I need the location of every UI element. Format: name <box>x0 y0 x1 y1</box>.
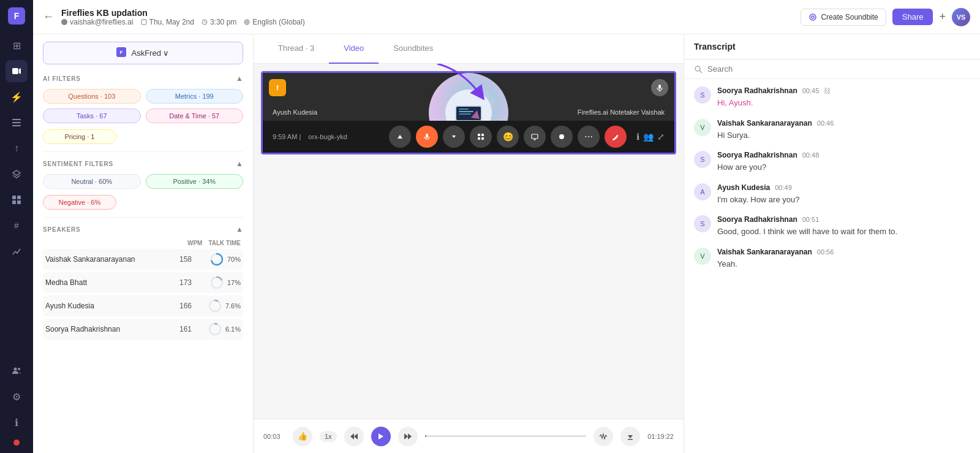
svg-rect-6 <box>12 125 21 126</box>
video-icon[interactable] <box>6 60 28 82</box>
speakers-column-headers: WPM TALK TIME <box>43 240 243 246</box>
forward-button[interactable] <box>398 427 418 446</box>
divider-2 <box>43 217 243 218</box>
svg-rect-4 <box>12 119 21 120</box>
speaker-wpm: 173 <box>167 278 192 287</box>
waveform-button[interactable] <box>594 427 613 446</box>
ai-filters-title: AI FILTERS <box>43 75 81 82</box>
chevron-up-button[interactable] <box>389 126 411 148</box>
hash-icon[interactable]: # <box>6 215 28 237</box>
message-link-icon[interactable]: ⛓ <box>824 87 831 94</box>
svg-marker-50 <box>452 135 456 138</box>
transcript-panel: Transcript S Soorya Radhakrishnan 00:45 … <box>684 34 980 453</box>
speaker-talk: 6.1% <box>192 322 241 336</box>
filter-metrics[interactable]: Metrics · 199 <box>146 89 244 104</box>
message-text: Hi Surya. <box>717 129 970 142</box>
more-options-button[interactable]: ⋯ <box>578 126 600 148</box>
playback-speed-button[interactable]: 1x <box>320 431 337 442</box>
lightning-icon[interactable]: ⚡ <box>6 86 28 108</box>
filter-tasks[interactable]: Tasks · 67 <box>43 108 141 123</box>
message-header: Vaishak Sankaranarayanan 00:46 <box>717 119 970 128</box>
message-text: How are you? <box>717 161 970 173</box>
sentiment-filters-collapse[interactable]: ▲ <box>236 159 243 168</box>
filter-questions[interactable]: Questions · 103 <box>43 89 141 104</box>
download-button[interactable] <box>620 427 640 446</box>
ask-fred-button[interactable]: F AskFred ∨ <box>43 42 243 64</box>
mic-chevron-button[interactable] <box>443 126 465 148</box>
message-content: Soorya Radhakrishnan 00:45 ⛓ Hi, Ayush. <box>717 86 970 109</box>
fred-icon: F <box>116 47 126 59</box>
page-title: Fireflies KB updation <box>61 8 305 18</box>
users-icon[interactable] <box>6 360 28 382</box>
message-content: Vaishak Sankaranarayanan 00:46 Hi Surya. <box>717 119 970 142</box>
speaker-name: Vaishak Sankaranarayanan <box>717 248 812 256</box>
avatar: S <box>694 151 711 168</box>
tab-video[interactable]: Video <box>329 34 379 64</box>
svg-rect-9 <box>17 196 21 199</box>
svg-rect-51 <box>478 134 480 136</box>
info-call-icon[interactable]: ℹ <box>636 132 639 142</box>
chart-icon[interactable] <box>6 240 28 262</box>
settings-icon[interactable]: ⚙ <box>6 386 28 408</box>
search-input[interactable] <box>707 64 970 74</box>
svg-rect-49 <box>426 134 428 138</box>
speaker-talk: 7.6% <box>192 299 241 313</box>
app-logo[interactable]: F <box>8 7 25 25</box>
end-call-button[interactable] <box>605 126 627 148</box>
back-button[interactable]: ← <box>43 10 54 23</box>
avatar: V <box>694 119 711 136</box>
filter-datetime[interactable]: Date & Time · 57 <box>146 108 244 123</box>
call-controls: 😊 ⋯ ℹ <box>389 126 665 148</box>
info-icon[interactable]: ℹ <box>6 411 28 433</box>
ai-filters-section-header: AI FILTERS ▲ <box>43 74 243 83</box>
play-button[interactable] <box>371 427 391 446</box>
emoji-button[interactable]: 😊 <box>497 126 519 148</box>
svg-rect-11 <box>17 200 21 204</box>
meeting-language: English (Global) <box>244 18 304 26</box>
filter-pricing[interactable]: Pricing · 1 <box>43 129 116 144</box>
upload-icon[interactable]: ↑ <box>6 137 28 159</box>
message-content: Soorya Radhakrishnan 00:48 How are you? <box>717 151 970 173</box>
record-button[interactable] <box>551 126 573 148</box>
rewind-button[interactable] <box>344 427 364 446</box>
svg-rect-44 <box>459 108 469 110</box>
sidebar: F AskFred ∨ AI FILTERS ▲ Questions · 103… <box>33 34 254 453</box>
transcript-search-area <box>684 59 980 79</box>
player-progress-bar[interactable] <box>425 435 587 437</box>
sentiment-filters-grid: Neutral · 60% Positive · 34% <box>43 174 243 189</box>
layers-icon[interactable] <box>6 163 28 185</box>
svg-rect-15 <box>141 20 146 25</box>
home-icon[interactable]: ⊞ <box>6 34 28 56</box>
add-button[interactable]: + <box>939 10 946 23</box>
screen-share-button[interactable] <box>524 126 546 148</box>
filter-positive[interactable]: Positive · 34% <box>146 174 244 189</box>
message-time: 00:51 <box>802 216 820 223</box>
svg-marker-3 <box>19 68 21 74</box>
expand-icon[interactable]: ⤢ <box>657 132 665 142</box>
grid-view-button[interactable] <box>470 126 492 148</box>
share-button[interactable]: Share <box>892 9 933 25</box>
ai-filters-collapse[interactable]: ▲ <box>236 74 243 83</box>
like-button[interactable]: 👍 <box>293 427 312 446</box>
avatar: V <box>694 248 711 265</box>
svg-rect-10 <box>12 200 16 204</box>
user-email: vaishak@fireflies.ai <box>61 18 134 26</box>
user-avatar[interactable]: VS <box>952 8 970 26</box>
list-icon[interactable] <box>6 112 28 134</box>
sentiment-filters-section-header: SENTIMENT FILTERS ▲ <box>43 159 243 168</box>
mute-button[interactable] <box>416 126 438 148</box>
create-soundbite-button[interactable]: Create Soundbite <box>801 9 886 26</box>
transcript-message: S Soorya Radhakrishnan 00:45 ⛓ Hi, Ayush… <box>694 86 970 109</box>
transcript-message: V Vaishak Sankaranarayanan 00:56 Yeah. <box>694 248 970 270</box>
grid-icon[interactable] <box>6 189 28 211</box>
svg-point-13 <box>18 368 20 370</box>
ff-badge: f <box>269 79 286 96</box>
speakers-collapse[interactable]: ▲ <box>236 225 243 234</box>
wpm-header: WPM <box>187 240 208 246</box>
message-text: Good, good. I think we will have to wait… <box>717 226 970 238</box>
tab-soundbites[interactable]: Soundbites <box>379 34 448 64</box>
filter-neutral[interactable]: Neutral · 60% <box>43 174 141 189</box>
filter-negative[interactable]: Negative · 6% <box>43 195 116 210</box>
participants-icon[interactable]: 👥 <box>643 132 654 142</box>
tab-thread[interactable]: Thread · 3 <box>263 34 329 64</box>
